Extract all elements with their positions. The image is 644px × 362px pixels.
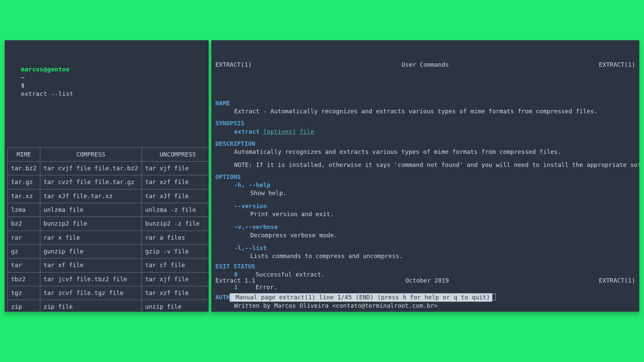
cell-mime: tgz (8, 286, 40, 300)
option-flag: -h, --help (215, 181, 635, 189)
table-row: tar.gz tar cvzf file file.tar.gz tar xzf… (8, 175, 209, 189)
spacer (215, 156, 635, 161)
description-note: NOTE: If it is installed, otherwise it s… (215, 161, 635, 169)
man-status-wrap: Extract 1.1 October 2019 EXTRACT(1) Manu… (215, 255, 635, 310)
table-row: gz gunzip file gzip -v file (8, 244, 209, 258)
cell-compress: tar jcvf file.tbz2 file (40, 272, 142, 286)
option-flag-text: --version (234, 202, 267, 209)
cell-mime: tar (8, 258, 40, 272)
prompt-host: gentoo (47, 66, 70, 73)
prompt-symbol: $ (21, 82, 25, 89)
option-flag-text: -v,--verbose (234, 223, 278, 230)
options-list: -h, --helpShow help.--versionPrint versi… (215, 181, 635, 260)
man-header-center: User Commands (402, 61, 449, 69)
spacer (215, 197, 635, 202)
cell-uncompress: tar xjf file (142, 272, 209, 286)
cell-mime: tar.xz (8, 189, 40, 203)
mime-table: MIME COMPRESS UNCOMPRESS tar.bz2 tar cvj… (7, 147, 209, 312)
table-row: zip zip file unzip file (8, 300, 209, 312)
cell-mime: tbz2 (8, 272, 40, 286)
name-text: Extract - Automatically recognizes and e… (215, 107, 635, 115)
man-footer: Extract 1.1 October 2019 EXTRACT(1) (215, 272, 635, 285)
cell-uncompress: bunzip2 -z file (142, 217, 209, 231)
cell-compress: tar cvjf file file.tar.bz2 (40, 162, 142, 175)
prompt-line-top: marcos@gentoo ~ $ extract --list (5, 57, 209, 107)
table-row: tar.bz2 tar cvjf file file.tar.bz2 tar x… (8, 162, 209, 175)
cell-uncompress: tar cf file (142, 258, 209, 272)
man-footer-center: October 2019 (405, 277, 449, 285)
cell-compress: tar cvzf file file.tar.gz (40, 175, 142, 189)
section-synopsis: SYNOPSIS (215, 119, 635, 127)
section-description: DESCRIPTION (215, 140, 635, 148)
cell-compress: gunzip file (40, 244, 142, 258)
table-row: tbz2 tar jcvf file.tbz2 file tar xjf fil… (8, 272, 209, 286)
cell-uncompress: unlzma -z file (142, 203, 209, 217)
prompt-command: extract --list (21, 90, 73, 97)
man-footer-right: EXTRACT(1) (599, 277, 635, 285)
table-row: tar.xz tar xJf file.tar.xz tar xJf file (8, 189, 209, 203)
cell-uncompress: tar xjf file (142, 162, 209, 175)
prompt-user: marcos (21, 66, 44, 73)
option-desc: Print version and exit. (215, 210, 635, 218)
cell-mime: bz2 (8, 217, 40, 231)
terminal-left[interactable]: marcos@gentoo ~ $ extract --list MIME CO… (5, 40, 209, 312)
description-text: Automatically recognizes and extracts va… (215, 148, 635, 156)
cell-uncompress: tar xzf file (142, 175, 209, 189)
synopsis-file-link[interactable]: file (300, 128, 314, 135)
table-row: tgz tar zcvf file.tgz file tar xzf file (8, 286, 209, 300)
option-flag: --version (215, 202, 635, 210)
option-flag: -l,--list (215, 244, 635, 252)
cell-uncompress: unzip file (142, 300, 209, 312)
synopsis-options-link[interactable]: [options] (263, 128, 296, 135)
option-flag-text: -h, --help (234, 181, 270, 188)
man-footer-left: Extract 1.1 (215, 277, 255, 285)
man-header: EXTRACT(1) User Commands EXTRACT(1) (215, 60, 635, 73)
cell-compress: unlzma file (40, 203, 142, 217)
spacer (215, 239, 635, 244)
col-mime: MIME (8, 147, 40, 161)
option-flag: -v,--verbose (215, 223, 635, 231)
option-flag-text: -l,--list (234, 244, 267, 251)
synopsis-cmd: extract (234, 128, 260, 135)
cell-mime: lzma (8, 203, 40, 217)
section-options: OPTIONS (215, 173, 635, 181)
cell-compress: tar xf file (40, 258, 142, 272)
cell-mime: rar (8, 231, 40, 244)
cell-mime: tar.gz (8, 175, 40, 189)
option-desc: Decompress verbose mode. (215, 231, 635, 239)
cell-mime: gz (8, 244, 40, 258)
man-status-bar: Manual page extract(1) line 1/45 (END) (… (230, 293, 492, 301)
table-row: bz2 bunzip2 file bunzip2 -z file (8, 217, 209, 231)
table-header-row: MIME COMPRESS UNCOMPRESS (8, 147, 209, 161)
cell-uncompress: rar a files (142, 231, 209, 244)
synopsis-line: extract [options] file (215, 128, 635, 136)
man-header-left: EXTRACT(1) (215, 61, 252, 69)
prompt-at: @ (43, 66, 47, 73)
mime-table-wrap: MIME COMPRESS UNCOMPRESS tar.bz2 tar cvj… (5, 131, 209, 312)
table-row: rar rar x file rar a files (8, 231, 209, 244)
spacer (215, 218, 635, 223)
man-header-right: EXTRACT(1) (599, 61, 635, 69)
prompt-cwd: ~ (21, 74, 25, 81)
terminal-right-manpage[interactable]: EXTRACT(1) User Commands EXTRACT(1) NAME… (211, 40, 639, 312)
table-row: lzma unlzma file unlzma -z file (8, 203, 209, 217)
col-uncompress: UNCOMPRESS (142, 147, 209, 161)
cell-mime: zip (8, 300, 40, 312)
cell-compress: tar zcvf file.tgz file (40, 286, 142, 300)
cell-uncompress: tar xJf file (142, 189, 209, 203)
cell-compress: tar xJf file.tar.xz (40, 189, 142, 203)
option-desc: Show help. (215, 189, 635, 197)
cursor-icon (492, 294, 496, 300)
col-compress: COMPRESS (40, 147, 142, 161)
cell-compress: bunzip2 file (40, 217, 142, 231)
cell-mime: tar.bz2 (8, 162, 40, 175)
cell-compress: rar x file (40, 231, 142, 244)
cell-compress: zip file (40, 300, 142, 312)
cell-uncompress: tar xzf file (142, 286, 209, 300)
section-name: NAME (215, 99, 635, 107)
table-row: tar tar xf file tar cf file (8, 258, 209, 272)
mime-tbody: tar.bz2 tar cvjf file file.tar.bz2 tar x… (8, 162, 209, 312)
cell-uncompress: gzip -v file (142, 244, 209, 258)
